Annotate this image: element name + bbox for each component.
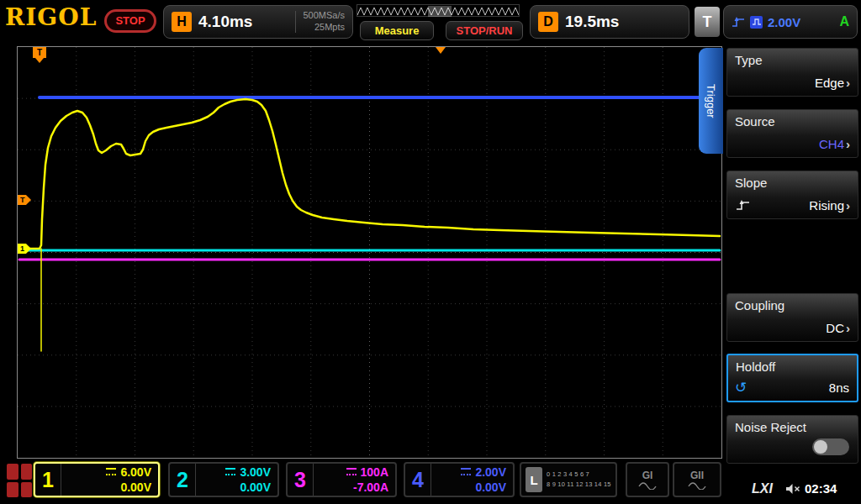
noise-reject-toggle[interactable] <box>812 438 849 455</box>
channel-offset: 0.00V <box>475 480 506 495</box>
menu-item-label: Slope <box>735 176 850 190</box>
channel-offset: 0.00V <box>120 480 151 495</box>
menu-item-value: CH4 › <box>819 137 850 151</box>
channel-values: 6.00V 0.00V <box>61 464 158 496</box>
menu-item-coupling[interactable]: Coupling DC › <box>726 293 858 342</box>
generator-1-box[interactable]: GI <box>626 462 669 497</box>
logic-channel-numbers: 0 1 2 3 4 5 6 7 8 9 10 11 12 13 14 15 <box>547 470 611 490</box>
trigger-slope-icon <box>732 16 745 28</box>
horizontal-settings[interactable]: H 4.10ms 500MSa/s 25Mpts <box>163 5 353 39</box>
menu-item-noise-reject[interactable]: Noise Reject <box>726 415 858 464</box>
trigger-label-square[interactable]: T <box>695 7 720 37</box>
channel-scale: 3.00V <box>240 465 271 480</box>
channel-scale: 6.00V <box>120 465 151 480</box>
logic-row-1: 0 1 2 3 4 5 6 7 <box>547 470 611 480</box>
chevron-right-icon: › <box>846 321 850 335</box>
menu-item-value: 8ns <box>829 381 849 395</box>
delay-value: 19.5ms <box>565 13 619 31</box>
generator-label: GI <box>642 470 653 481</box>
channel-offset: -7.00A <box>353 480 388 495</box>
rigol-logo: RIGOL <box>5 3 97 31</box>
menu-item-slope[interactable]: Slope Rising › <box>726 171 858 219</box>
trigger-status[interactable]: 2.00V A <box>723 5 858 39</box>
memory-waveform-icon <box>357 6 519 17</box>
top-status-bar: RIGOL STOP H 4.10ms 500MSa/s 25Mpts Meas… <box>0 0 861 44</box>
toggle-knob <box>814 440 827 454</box>
acquisition-info: 500MSa/s 25Mpts <box>303 10 345 34</box>
trigger-position-label: T <box>37 48 42 57</box>
waveform-plot <box>18 47 721 458</box>
sample-rate: 500MSa/s <box>303 10 345 22</box>
quick-menu-icon[interactable] <box>7 464 32 497</box>
channel-3-box[interactable]: 3 100A -7.00A <box>286 462 397 497</box>
sine-wave-icon <box>688 482 706 490</box>
stop-run-button[interactable]: STOP/RUN <box>446 21 523 40</box>
rising-edge-icon <box>736 199 751 211</box>
menu-item-type[interactable]: Type Edge › <box>726 48 858 97</box>
dc-coupling-icon <box>106 468 116 475</box>
logic-channels-box[interactable]: L 0 1 2 3 4 5 6 7 8 9 10 11 12 13 14 15 <box>520 462 617 497</box>
menu-item-label: Noise Reject <box>735 420 850 434</box>
channel-values: 3.00V 0.00V <box>196 464 277 496</box>
delay-settings[interactable]: D 19.5ms <box>530 5 689 39</box>
dc-coupling-icon <box>225 468 235 475</box>
holdoff-value: 8ns <box>829 381 849 395</box>
generator-label: GII <box>690 470 704 481</box>
run-state-badge: STOP <box>104 9 156 33</box>
menu-item-value: DC › <box>826 321 850 335</box>
type-value: Edge <box>815 76 844 90</box>
sound-mute-icon[interactable] <box>785 483 800 498</box>
timebase-value: 4.10ms <box>198 13 252 31</box>
oscilloscope-screen: RIGOL STOP H 4.10ms 500MSa/s 25Mpts Meas… <box>0 0 861 504</box>
pulse-icon <box>751 17 763 27</box>
trigger-menu-tab[interactable]: Trigger <box>699 48 723 154</box>
channel-4-box[interactable]: 4 2.00V 0.00V <box>404 462 515 497</box>
slope-value: Rising <box>809 198 844 213</box>
channel-number: 3 <box>288 464 314 496</box>
dial-reset-icon: ↺ <box>735 379 747 396</box>
divider <box>295 11 296 33</box>
trigger-mode-indicator: A <box>839 14 849 29</box>
red-square <box>21 482 33 498</box>
channel-2-box[interactable]: 2 3.00V 0.00V <box>168 462 279 497</box>
menu-item-holdoff[interactable]: Holdoff ↺ 8ns <box>726 354 858 402</box>
channel-number: 2 <box>170 464 196 496</box>
menu-item-value: Rising › <box>809 198 850 213</box>
coupling-value: DC <box>826 321 844 335</box>
red-square <box>21 464 33 480</box>
channel-offset: 0.00V <box>240 480 271 495</box>
trigger-source-icon <box>750 16 763 29</box>
measure-button[interactable]: Measure <box>360 21 434 40</box>
menu-item-value: Edge › <box>815 76 850 90</box>
channel-values: 100A -7.00A <box>314 464 395 496</box>
trigger-level-value: 2.00V <box>768 15 800 29</box>
waveform-display: T T 1 <box>17 46 722 459</box>
menu-item-label: Holdoff <box>736 360 849 374</box>
channel-scale: 100A <box>361 465 388 480</box>
delay-icon: D <box>538 12 558 32</box>
delay-position-marker[interactable] <box>436 47 446 54</box>
horizontal-icon: H <box>172 12 192 32</box>
chevron-right-icon: › <box>846 198 850 213</box>
chevron-right-icon: › <box>846 76 850 90</box>
trigger-position-marker[interactable]: T <box>33 47 46 58</box>
menu-item-label: Source <box>735 114 850 129</box>
source-value: CH4 <box>819 137 844 151</box>
dc-coupling-icon <box>461 468 471 475</box>
chevron-right-icon: › <box>846 137 850 151</box>
lxi-indicator: LXI <box>752 481 773 496</box>
channel-values: 2.00V 0.00V <box>431 464 513 496</box>
channel-scale: 2.00V <box>475 465 506 480</box>
logic-label: L <box>526 467 542 492</box>
generator-2-box[interactable]: GII <box>673 462 721 497</box>
red-square <box>7 482 18 498</box>
channel-number: 1 <box>35 464 61 496</box>
logic-row-2: 8 9 10 11 12 13 14 15 <box>547 480 611 490</box>
dc-coupling-icon <box>346 468 357 475</box>
memory-position-bar[interactable] <box>357 4 520 17</box>
menu-item-source[interactable]: Source CH4 › <box>726 109 858 158</box>
channel-number: 4 <box>405 464 431 496</box>
channel-1-box[interactable]: 1 6.00V 0.00V <box>34 462 160 497</box>
sine-wave-icon <box>638 482 657 490</box>
memory-depth: 25Mpts <box>303 22 345 34</box>
